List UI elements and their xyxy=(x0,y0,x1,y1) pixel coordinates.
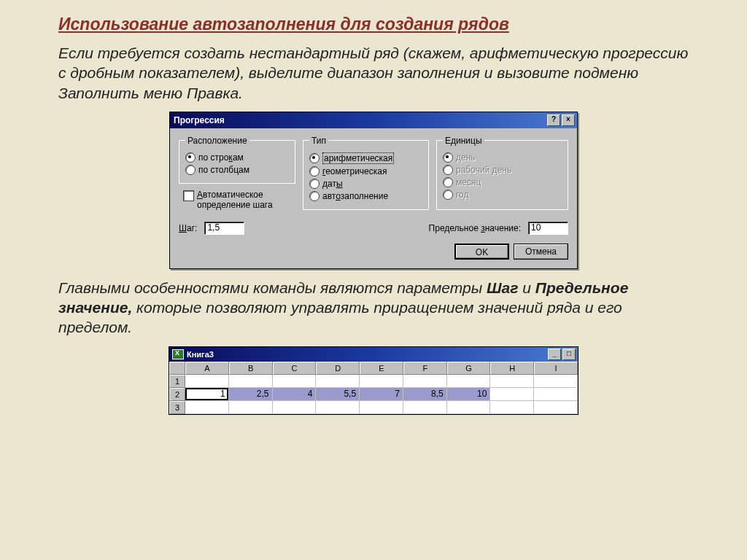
step-input[interactable]: 1,5 xyxy=(204,222,244,235)
row-header[interactable]: 3 xyxy=(169,401,185,414)
type-group: Тип арифметическая геометрическая даты xyxy=(303,136,429,210)
radio-icon xyxy=(309,166,320,176)
cell[interactable] xyxy=(316,401,360,414)
dialog-titlebar[interactable]: Прогрессия ? × xyxy=(170,112,577,128)
cell[interactable]: 10 xyxy=(447,388,491,401)
cell[interactable] xyxy=(403,401,447,414)
excel-icon xyxy=(172,349,184,359)
col-header[interactable]: B xyxy=(229,362,273,375)
close-icon[interactable]: × xyxy=(562,114,575,126)
cell[interactable] xyxy=(360,401,403,414)
col-header[interactable]: F xyxy=(403,362,447,375)
cell[interactable] xyxy=(490,388,534,401)
radio-workday: рабочий день xyxy=(443,165,562,175)
cell[interactable] xyxy=(229,401,273,414)
help-icon[interactable]: ? xyxy=(547,114,560,126)
cell[interactable] xyxy=(534,388,578,401)
cell[interactable]: 8,5 xyxy=(403,388,447,401)
cell[interactable] xyxy=(447,375,491,388)
maximize-icon[interactable]: □ xyxy=(562,349,576,360)
workbook-title: Книга3 xyxy=(187,350,214,359)
cell-active[interactable]: 1 xyxy=(185,388,229,401)
cell[interactable]: 2,5 xyxy=(229,388,273,401)
dialog-title: Прогрессия xyxy=(174,115,225,125)
workbook-titlebar[interactable]: Книга3 _ □ xyxy=(169,347,578,362)
ok-button[interactable]: OK xyxy=(454,244,509,260)
type-legend: Тип xyxy=(309,136,328,146)
units-group: Единицы день рабочий день месяц xyxy=(436,136,568,210)
cell[interactable] xyxy=(447,401,491,414)
cell[interactable] xyxy=(490,401,534,414)
limit-label: Предельное значение: xyxy=(429,223,521,233)
cell[interactable] xyxy=(185,401,229,414)
radio-autofill[interactable]: автозаполнение xyxy=(309,191,422,201)
units-legend: Единицы xyxy=(443,136,484,146)
radio-icon xyxy=(309,153,320,163)
radio-year: год xyxy=(443,190,562,200)
cell[interactable] xyxy=(534,375,578,388)
intro-paragraph: Если требуется создать нестандартный ряд… xyxy=(58,43,689,103)
radio-month: месяц xyxy=(443,177,562,187)
radio-geom[interactable]: геометрическая xyxy=(309,166,422,176)
step-label: Шаг: xyxy=(179,223,197,233)
col-header[interactable]: G xyxy=(447,362,491,375)
minimize-icon[interactable]: _ xyxy=(548,349,561,360)
radio-icon xyxy=(443,152,453,163)
radio-dates[interactable]: даты xyxy=(309,179,422,189)
radio-icon xyxy=(185,152,196,163)
col-header[interactable]: A xyxy=(185,362,229,375)
radio-day: день xyxy=(443,152,562,163)
cell[interactable] xyxy=(316,375,360,388)
cell[interactable] xyxy=(360,375,403,388)
cell[interactable] xyxy=(185,375,229,388)
radio-icon xyxy=(443,190,453,200)
layout-group: Расположение по строкам по столбцам xyxy=(179,136,295,184)
cell[interactable] xyxy=(273,401,317,414)
cell[interactable] xyxy=(490,375,534,388)
limit-input[interactable]: 10 xyxy=(528,222,568,235)
col-header[interactable]: C xyxy=(273,362,317,375)
col-header[interactable]: D xyxy=(316,362,360,375)
radio-cols[interactable]: по столбцам xyxy=(185,165,289,175)
slide-title: Использование автозаполнения для создани… xyxy=(58,15,689,34)
checkbox-icon xyxy=(183,190,194,201)
radio-icon xyxy=(309,179,320,189)
radio-icon xyxy=(443,177,453,187)
auto-step-checkbox[interactable]: Автоматическоеопределение шага xyxy=(183,190,295,210)
layout-legend: Расположение xyxy=(185,136,249,146)
corner-header[interactable] xyxy=(169,362,185,375)
cell[interactable] xyxy=(273,375,317,388)
cell[interactable] xyxy=(534,401,578,414)
radio-rows[interactable]: по строкам xyxy=(185,152,289,163)
radio-icon xyxy=(309,191,320,201)
row-header[interactable]: 2 xyxy=(169,388,185,401)
radio-arith[interactable]: арифметическая xyxy=(309,152,422,164)
row-header[interactable]: 1 xyxy=(169,375,185,388)
cell[interactable] xyxy=(403,375,447,388)
worksheet-grid[interactable]: A B C D E F G H I 1 2 1 2,5 4 5,5 7 8,5 xyxy=(169,362,578,414)
radio-icon xyxy=(443,165,453,175)
cell[interactable]: 4 xyxy=(273,388,317,401)
col-header[interactable]: E xyxy=(360,362,403,375)
col-header[interactable]: H xyxy=(490,362,534,375)
progression-dialog: Прогрессия ? × Расположение по строкам xyxy=(169,112,578,269)
cancel-button[interactable]: Отмена xyxy=(514,244,568,260)
cell[interactable]: 7 xyxy=(360,388,403,401)
workbook-window: Книга3 _ □ A B C D E F G H I 1 2 xyxy=(169,346,578,415)
radio-icon xyxy=(185,165,196,175)
col-header[interactable]: I xyxy=(534,362,578,375)
outro-paragraph: Главными особенностями команды являются … xyxy=(58,278,689,338)
cell[interactable] xyxy=(229,375,273,388)
cell[interactable]: 5,5 xyxy=(316,388,360,401)
